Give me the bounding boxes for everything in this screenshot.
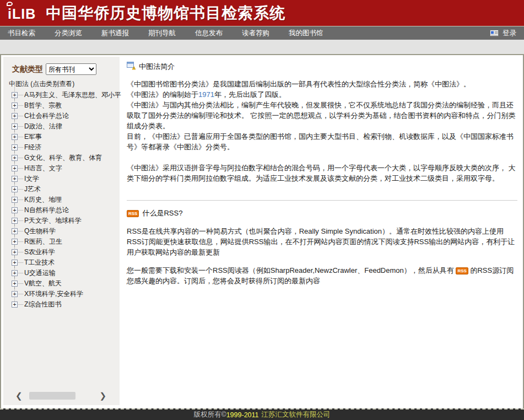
expand-plus-icon[interactable]: + xyxy=(12,144,18,150)
expand-plus-icon[interactable]: + xyxy=(12,186,18,192)
expand-plus-icon[interactable]: + xyxy=(12,176,18,182)
expand-plus-icon[interactable]: + xyxy=(12,92,18,98)
category-link[interactable]: K历史、地理 xyxy=(24,196,62,203)
tree-connector xyxy=(18,189,23,190)
expand-plus-icon[interactable]: + xyxy=(12,249,18,255)
tree-title: 中图法 (点击类别查看) xyxy=(8,78,116,89)
expand-plus-icon[interactable]: + xyxy=(12,291,18,297)
tree-item: +X环境科学,安全科学 xyxy=(9,289,116,299)
intro-p5: 《中图法》采用汉语拼音字母与阿拉伯数字相结合的混合号码，用一个字母代表一个大类，… xyxy=(127,163,517,184)
speech-bubble-icon xyxy=(7,2,13,6)
category-link[interactable]: G文化、科学、教育、体育 xyxy=(24,154,102,161)
tree-connector xyxy=(18,158,23,158)
nav-item-1[interactable]: 书目检索 xyxy=(8,29,35,38)
tree-item: +P天文学、地球科学 xyxy=(9,216,116,226)
expand-plus-icon[interactable]: + xyxy=(12,270,18,276)
expand-plus-icon[interactable]: + xyxy=(12,113,18,119)
tree-connector xyxy=(18,241,23,242)
tree-item: +S农业科学 xyxy=(9,247,116,257)
category-link[interactable]: B哲学、宗教 xyxy=(24,101,62,109)
expand-plus-icon[interactable]: + xyxy=(12,260,18,266)
expand-plus-icon[interactable]: + xyxy=(12,207,18,213)
tree-item: +T工业技术 xyxy=(9,257,116,268)
nav-item-6[interactable]: 读者荐购 xyxy=(242,29,269,38)
tree-connector xyxy=(18,137,23,137)
category-link[interactable]: I文学 xyxy=(24,175,39,182)
category-link[interactable]: P天文学、地球科学 xyxy=(24,217,82,224)
category-link[interactable]: T工业技术 xyxy=(24,259,55,266)
category-link[interactable]: H语言、文字 xyxy=(24,164,62,172)
expand-plus-icon[interactable]: + xyxy=(12,301,18,308)
rss-title-text: 什么是RSS? xyxy=(142,208,182,218)
tree-connector xyxy=(18,126,23,127)
nav-item-7[interactable]: 我的图书馆 xyxy=(289,29,323,38)
year-1971-link[interactable]: 1971 xyxy=(198,90,214,99)
expand-plus-icon[interactable]: + xyxy=(12,228,18,234)
expand-plus-icon[interactable]: + xyxy=(12,103,18,109)
content-frame: 文献类型 所有书刊 中图法 (点击类别查看) +A马列主义、毛泽东思想、邓小平+… xyxy=(0,55,524,408)
category-link[interactable]: S农业科学 xyxy=(24,248,55,256)
section-divider xyxy=(127,200,517,201)
intro-p3: 《中图法》与国内其他分类法相比，编制产生年代较晚，但发展很快，它不仅系统地总结了… xyxy=(127,100,517,131)
tree-item: +R医药、卫生 xyxy=(9,236,116,247)
nav-item-3[interactable]: 新书通报 xyxy=(101,29,129,38)
scroll-left-icon[interactable]: ❮ xyxy=(15,392,23,400)
expand-plus-icon[interactable]: + xyxy=(12,197,18,203)
category-link[interactable]: A马列主义、毛泽东思想、邓小平 xyxy=(24,91,121,99)
nav-item-2[interactable]: 分类浏览 xyxy=(55,29,82,38)
expand-plus-icon[interactable]: + xyxy=(12,123,18,130)
intro-section-title: 中图法简介 xyxy=(127,62,517,72)
nav-item-4[interactable]: 期刊导航 xyxy=(148,29,176,38)
category-link[interactable]: E军事 xyxy=(24,133,42,141)
expand-plus-icon[interactable]: + xyxy=(12,165,18,171)
tree-connector xyxy=(18,283,23,284)
tree-connector xyxy=(18,95,23,95)
category-link[interactable]: V航空、航天 xyxy=(24,279,62,287)
main-content: 中图法简介 《中国图书馆图书分类法》是我国建国后编制出版的一部具有代表性的大型综… xyxy=(120,55,523,408)
rss-section-title: RSS 什么是RSS? xyxy=(127,208,517,218)
tree-item: +Q生物科学 xyxy=(9,226,116,236)
company-name[interactable]: 江苏汇文软件有限公司 xyxy=(262,410,331,419)
category-link[interactable]: Z综合性图书 xyxy=(24,300,61,308)
doc-type-label: 文献类型 xyxy=(12,64,43,74)
main-nav: 书目检索分类浏览新书通报期刊导航信息发布读者荐购我的图书馆 登录 xyxy=(0,26,524,40)
category-link[interactable]: F经济 xyxy=(24,143,41,151)
tree-connector xyxy=(18,116,23,116)
expand-plus-icon[interactable]: + xyxy=(12,218,18,224)
intro-p1: 《中国图书馆图书分类法》是我国建国后编制出版的一部具有代表性的大型综合性分类法，… xyxy=(127,79,517,89)
rss-p1: RSS是在线共享内容的一种简易方式（也叫聚合内容，Really Simple S… xyxy=(127,226,517,257)
category-link[interactable]: J艺术 xyxy=(24,185,41,193)
expand-plus-icon[interactable]: + xyxy=(12,155,18,161)
category-link[interactable]: Q生物科学 xyxy=(24,227,56,235)
tree-item: +J艺术 xyxy=(9,184,116,195)
rss-inline-icon: RSS xyxy=(456,267,468,274)
category-link[interactable]: D政治、法律 xyxy=(24,122,62,130)
tree-connector xyxy=(18,168,23,169)
expand-plus-icon[interactable]: + xyxy=(12,281,18,287)
tree-item: +I文学 xyxy=(9,174,116,184)
tree-item: +V航空、航天 xyxy=(9,278,116,289)
page-footer: 版权所有©1999-2011江苏汇文软件有限公司 xyxy=(0,408,524,420)
expand-plus-icon[interactable]: + xyxy=(12,239,18,245)
category-link[interactable]: N自然科学总论 xyxy=(24,206,69,214)
nav-items: 书目检索分类浏览新书通报期刊导航信息发布读者荐购我的图书馆 xyxy=(8,29,323,38)
expand-plus-icon[interactable]: + xyxy=(12,134,18,140)
tree-connector xyxy=(18,220,23,221)
category-link[interactable]: U交通运输 xyxy=(24,269,56,277)
category-link[interactable]: C社会科学总论 xyxy=(24,112,69,120)
tree-item: +C社会科学总论 xyxy=(9,111,116,121)
category-link[interactable]: R医药、卫生 xyxy=(24,238,62,245)
tree-connector xyxy=(18,304,23,305)
doc-type-select[interactable]: 所有书刊 xyxy=(46,63,96,75)
tree-item: +F经济 xyxy=(9,142,116,153)
login-link[interactable]: 登录 xyxy=(490,29,516,38)
scroll-right-icon[interactable]: ❯ xyxy=(99,392,106,400)
scroll-thumb[interactable] xyxy=(29,392,75,400)
intro-paragraphs: 《中国图书馆图书分类法》是我国建国后编制出版的一部具有代表性的大型综合性分类法，… xyxy=(127,79,517,152)
category-link[interactable]: X环境科学,安全科学 xyxy=(24,290,83,298)
nav-item-5[interactable]: 信息发布 xyxy=(195,29,223,38)
login-label: 登录 xyxy=(503,29,516,38)
tree-connector xyxy=(18,262,23,263)
category-tree: +A马列主义、毛泽东思想、邓小平+B哲学、宗教+C社会科学总论+D政治、法律+E… xyxy=(9,90,116,310)
tree-connector xyxy=(18,210,23,211)
